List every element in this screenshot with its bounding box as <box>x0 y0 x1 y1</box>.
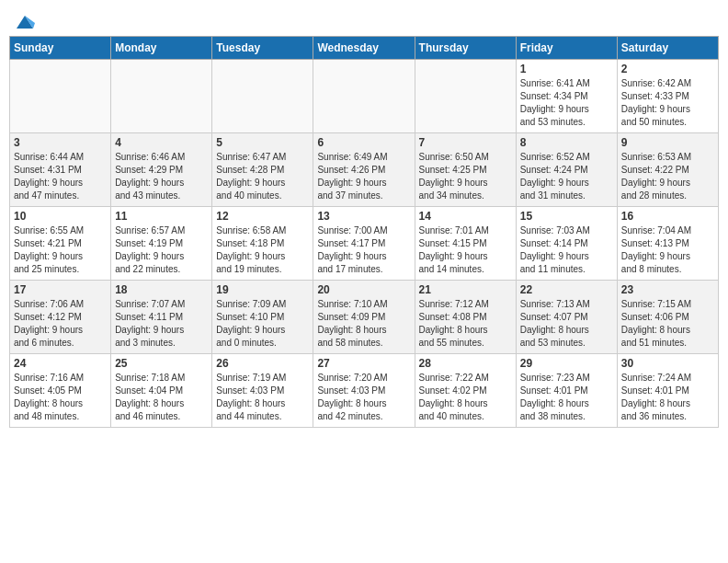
day-info: Sunrise: 7:09 AM Sunset: 4:10 PM Dayligh… <box>216 298 309 350</box>
day-info: Sunrise: 7:18 AM Sunset: 4:04 PM Dayligh… <box>115 372 208 423</box>
day-info: Sunrise: 7:19 AM Sunset: 4:03 PM Dayligh… <box>216 372 309 423</box>
calendar-day-cell: 26Sunrise: 7:19 AM Sunset: 4:03 PM Dayli… <box>212 354 313 428</box>
day-info: Sunrise: 6:57 AM Sunset: 4:19 PM Dayligh… <box>115 224 208 276</box>
calendar-day-cell: 19Sunrise: 7:09 AM Sunset: 4:10 PM Dayli… <box>212 281 313 354</box>
day-number: 11 <box>115 210 208 223</box>
weekday-header: Tuesday <box>212 37 313 60</box>
calendar-day-cell <box>212 60 313 133</box>
calendar-day-cell: 18Sunrise: 7:07 AM Sunset: 4:11 PM Dayli… <box>111 281 212 354</box>
day-number: 7 <box>419 136 512 149</box>
calendar-day-cell: 15Sunrise: 7:03 AM Sunset: 4:14 PM Dayli… <box>516 207 617 281</box>
calendar-day-cell: 28Sunrise: 7:22 AM Sunset: 4:02 PM Dayli… <box>415 354 516 428</box>
day-info: Sunrise: 7:13 AM Sunset: 4:07 PM Dayligh… <box>520 298 613 350</box>
day-info: Sunrise: 6:55 AM Sunset: 4:21 PM Dayligh… <box>14 224 107 276</box>
page-header <box>9 9 719 27</box>
calendar-day-cell: 7Sunrise: 6:50 AM Sunset: 4:25 PM Daylig… <box>415 133 516 207</box>
calendar-day-cell: 11Sunrise: 6:57 AM Sunset: 4:19 PM Dayli… <box>111 207 212 281</box>
calendar-week-row: 1Sunrise: 6:41 AM Sunset: 4:34 PM Daylig… <box>10 60 719 133</box>
weekday-header: Sunday <box>10 37 111 60</box>
day-number: 5 <box>216 136 309 149</box>
day-number: 12 <box>216 210 309 223</box>
day-info: Sunrise: 6:42 AM Sunset: 4:33 PM Dayligh… <box>621 77 714 129</box>
calendar-day-cell: 8Sunrise: 6:52 AM Sunset: 4:24 PM Daylig… <box>516 133 617 207</box>
day-info: Sunrise: 6:41 AM Sunset: 4:34 PM Dayligh… <box>520 77 613 129</box>
calendar-day-cell: 1Sunrise: 6:41 AM Sunset: 4:34 PM Daylig… <box>516 60 617 133</box>
calendar-day-cell: 6Sunrise: 6:49 AM Sunset: 4:26 PM Daylig… <box>313 133 415 207</box>
day-number: 25 <box>115 357 208 370</box>
day-number: 24 <box>14 357 107 370</box>
calendar-day-cell: 2Sunrise: 6:42 AM Sunset: 4:33 PM Daylig… <box>617 60 718 133</box>
day-number: 28 <box>419 357 512 370</box>
calendar-day-cell: 13Sunrise: 7:00 AM Sunset: 4:17 PM Dayli… <box>313 207 415 281</box>
calendar-week-row: 17Sunrise: 7:06 AM Sunset: 4:12 PM Dayli… <box>10 281 719 354</box>
calendar-day-cell <box>10 60 111 133</box>
day-info: Sunrise: 7:23 AM Sunset: 4:01 PM Dayligh… <box>520 372 613 423</box>
day-number: 22 <box>520 283 613 296</box>
calendar-day-cell: 22Sunrise: 7:13 AM Sunset: 4:07 PM Dayli… <box>516 281 617 354</box>
day-info: Sunrise: 6:58 AM Sunset: 4:18 PM Dayligh… <box>216 224 309 276</box>
calendar-day-cell <box>111 60 212 133</box>
day-info: Sunrise: 7:20 AM Sunset: 4:03 PM Dayligh… <box>317 372 410 423</box>
day-info: Sunrise: 7:06 AM Sunset: 4:12 PM Dayligh… <box>14 298 107 350</box>
calendar-day-cell: 30Sunrise: 7:24 AM Sunset: 4:01 PM Dayli… <box>617 354 718 428</box>
day-number: 9 <box>621 136 714 149</box>
day-number: 3 <box>14 136 107 149</box>
day-number: 2 <box>621 63 714 75</box>
day-number: 8 <box>520 136 613 149</box>
calendar-header-row: SundayMondayTuesdayWednesdayThursdayFrid… <box>10 37 719 60</box>
calendar-day-cell: 23Sunrise: 7:15 AM Sunset: 4:06 PM Dayli… <box>617 281 718 354</box>
calendar-day-cell: 20Sunrise: 7:10 AM Sunset: 4:09 PM Dayli… <box>313 281 415 354</box>
calendar-day-cell: 27Sunrise: 7:20 AM Sunset: 4:03 PM Dayli… <box>313 354 415 428</box>
calendar-day-cell: 29Sunrise: 7:23 AM Sunset: 4:01 PM Dayli… <box>516 354 617 428</box>
day-info: Sunrise: 6:53 AM Sunset: 4:22 PM Dayligh… <box>621 151 714 202</box>
logo <box>14 14 35 27</box>
day-info: Sunrise: 7:15 AM Sunset: 4:06 PM Dayligh… <box>621 298 714 350</box>
calendar-day-cell <box>415 60 516 133</box>
day-number: 17 <box>14 283 107 296</box>
calendar-day-cell: 14Sunrise: 7:01 AM Sunset: 4:15 PM Dayli… <box>415 207 516 281</box>
day-number: 6 <box>317 136 410 149</box>
day-info: Sunrise: 6:46 AM Sunset: 4:29 PM Dayligh… <box>115 151 208 202</box>
calendar-day-cell: 9Sunrise: 6:53 AM Sunset: 4:22 PM Daylig… <box>617 133 718 207</box>
day-number: 19 <box>216 283 309 296</box>
day-number: 13 <box>317 210 410 223</box>
day-number: 10 <box>14 210 107 223</box>
day-info: Sunrise: 7:07 AM Sunset: 4:11 PM Dayligh… <box>115 298 208 350</box>
calendar-day-cell: 21Sunrise: 7:12 AM Sunset: 4:08 PM Dayli… <box>415 281 516 354</box>
day-info: Sunrise: 6:52 AM Sunset: 4:24 PM Dayligh… <box>520 151 613 202</box>
weekday-header: Monday <box>111 37 212 60</box>
day-info: Sunrise: 7:00 AM Sunset: 4:17 PM Dayligh… <box>317 224 410 276</box>
day-number: 21 <box>419 283 512 296</box>
day-number: 14 <box>419 210 512 223</box>
day-info: Sunrise: 7:04 AM Sunset: 4:13 PM Dayligh… <box>621 224 714 276</box>
calendar-day-cell: 12Sunrise: 6:58 AM Sunset: 4:18 PM Dayli… <box>212 207 313 281</box>
calendar-day-cell: 16Sunrise: 7:04 AM Sunset: 4:13 PM Dayli… <box>617 207 718 281</box>
day-number: 29 <box>520 357 613 370</box>
day-info: Sunrise: 7:16 AM Sunset: 4:05 PM Dayligh… <box>14 372 107 423</box>
calendar-week-row: 3Sunrise: 6:44 AM Sunset: 4:31 PM Daylig… <box>10 133 719 207</box>
calendar-day-cell: 3Sunrise: 6:44 AM Sunset: 4:31 PM Daylig… <box>10 133 111 207</box>
calendar-day-cell: 24Sunrise: 7:16 AM Sunset: 4:05 PM Dayli… <box>10 354 111 428</box>
day-info: Sunrise: 7:24 AM Sunset: 4:01 PM Dayligh… <box>621 372 714 423</box>
day-info: Sunrise: 7:22 AM Sunset: 4:02 PM Dayligh… <box>419 372 512 423</box>
day-info: Sunrise: 6:50 AM Sunset: 4:25 PM Dayligh… <box>419 151 512 202</box>
day-info: Sunrise: 6:47 AM Sunset: 4:28 PM Dayligh… <box>216 151 309 202</box>
day-number: 4 <box>115 136 208 149</box>
weekday-header: Friday <box>516 37 617 60</box>
calendar-week-row: 10Sunrise: 6:55 AM Sunset: 4:21 PM Dayli… <box>10 207 719 281</box>
calendar-table: SundayMondayTuesdayWednesdayThursdayFrid… <box>9 36 719 428</box>
day-number: 23 <box>621 283 714 296</box>
calendar-day-cell: 17Sunrise: 7:06 AM Sunset: 4:12 PM Dayli… <box>10 281 111 354</box>
logo-icon <box>15 14 35 30</box>
day-number: 20 <box>317 283 410 296</box>
day-info: Sunrise: 7:10 AM Sunset: 4:09 PM Dayligh… <box>317 298 410 350</box>
calendar-day-cell: 4Sunrise: 6:46 AM Sunset: 4:29 PM Daylig… <box>111 133 212 207</box>
day-number: 26 <box>216 357 309 370</box>
day-number: 27 <box>317 357 410 370</box>
day-info: Sunrise: 6:49 AM Sunset: 4:26 PM Dayligh… <box>317 151 410 202</box>
day-number: 15 <box>520 210 613 223</box>
weekday-header: Wednesday <box>313 37 415 60</box>
calendar-week-row: 24Sunrise: 7:16 AM Sunset: 4:05 PM Dayli… <box>10 354 719 428</box>
calendar-day-cell <box>313 60 415 133</box>
day-info: Sunrise: 7:03 AM Sunset: 4:14 PM Dayligh… <box>520 224 613 276</box>
